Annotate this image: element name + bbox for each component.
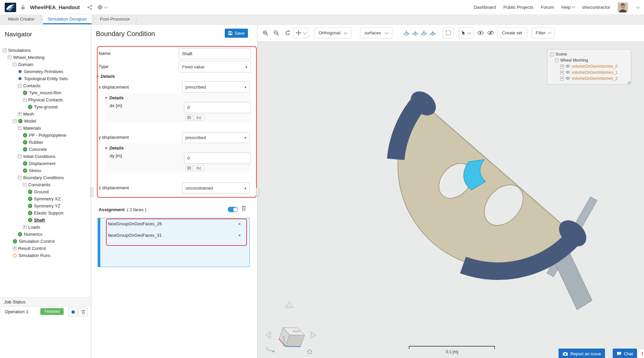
tree-item-shaft[interactable]: Shaft [0,217,91,224]
panel-resize-handle[interactable] [256,188,259,197]
scene-tree-group[interactable]: Wheel Meshing [547,57,631,63]
select-tool-button[interactable] [459,27,473,38]
collapse-icon[interactable] [550,53,554,56]
chat-button[interactable]: Chat [613,349,637,358]
expand-icon[interactable] [23,225,27,229]
zoom-in-button[interactable] [261,28,270,38]
details-heading[interactable]: Details [105,95,124,100]
home-view-icon[interactable] [307,350,312,354]
collapse-icon[interactable] [23,183,27,187]
report-issue-button[interactable]: Report an issue [559,349,605,358]
notification-tab[interactable]: ! [637,349,644,358]
app-logo[interactable] [5,3,16,12]
tree-item-numerics[interactable]: Numerics [0,231,91,238]
show-button[interactable] [476,28,485,38]
tree-item-simulations[interactable]: Simulations [0,47,91,54]
tree-item-wheel-meshing[interactable]: Wheel_Meshing [0,54,91,61]
remove-assignment-icon[interactable] [237,221,242,227]
tree-item-boundary-conditions[interactable]: Boundary Conditions [0,174,91,181]
expand-icon[interactable] [13,247,16,250]
details-heading[interactable]: Details [105,145,124,151]
tree-item-physical-contacts[interactable]: Physical Contacts [0,96,91,103]
tree-item-loads[interactable]: Loads [0,224,91,231]
chevron-down-icon[interactable] [636,5,640,8]
nav-forum[interactable]: Forum [541,5,554,10]
collapse-icon[interactable] [13,119,16,123]
visibility-eye-icon[interactable] [566,70,570,75]
expand-icon[interactable] [18,112,22,116]
wheel-body[interactable] [398,101,575,268]
tab-post-processor[interactable]: Post-Processor [95,15,135,24]
share-icon[interactable] [87,5,93,10]
view-plane-icon-1[interactable] [402,28,410,38]
tree-item-model[interactable]: Model [0,118,91,125]
collapse-icon[interactable] [18,84,22,88]
tree-item-stress[interactable]: Stress [0,167,91,174]
formula-button[interactable]: f(x) [194,165,204,171]
scene-tree-root[interactable]: Scene [547,51,631,57]
tab-mesh-creator[interactable]: Mesh Creator [3,15,39,24]
z-displacement-select[interactable]: unconstrained [182,183,250,194]
tree-item-simulation-control[interactable]: Simulation Control [0,238,91,245]
type-select[interactable]: Fixed value [179,61,251,72]
tree-item-constraints[interactable]: Constraints [0,181,91,188]
collapse-icon[interactable] [3,48,6,52]
stop-job-button[interactable] [68,308,78,316]
settings-gear-icon[interactable] [97,4,107,10]
tree-item-concrete[interactable]: Concrete [0,146,91,153]
create-set-button[interactable]: Create set [497,27,527,38]
tree-item-tyre-ground[interactable]: Tyre-ground [0,103,91,110]
tree-item-geometry-primitives[interactable]: Geometry Primitives [0,68,91,75]
collapse-icon[interactable] [23,98,27,102]
panel-resize-handle[interactable] [90,188,93,197]
zoom-out-button[interactable] [272,28,281,38]
assignment-item[interactable]: faceGroupOnGeoFaces_26 [108,219,242,228]
tree-item-mesh[interactable]: Mesh [0,110,91,118]
name-input[interactable] [179,48,251,59]
collapse-icon[interactable] [18,155,22,158]
collapse-icon[interactable] [18,176,22,180]
remove-assignment-icon[interactable] [237,233,242,238]
view-plane-icon-2[interactable] [411,28,419,38]
navigation-cube[interactable]: RIGHT BOTTOM [264,300,318,358]
assignment-toggle[interactable] [228,207,238,212]
tree-item-contacts[interactable]: Contacts [0,82,91,89]
nav-public-projects[interactable]: Public Projects [503,5,533,10]
visibility-eye-icon[interactable] [566,76,570,81]
tree-item-elastic-support[interactable]: Elastic Support [0,209,91,217]
table-input-button[interactable] [185,115,193,121]
tree-item-simulation-runs[interactable]: Simulation Runs [0,252,91,259]
tab-simulation-designer[interactable]: Simulation Designer [43,15,92,24]
collapse-icon[interactable] [8,56,11,59]
render-mode-button[interactable]: surfaces [360,27,392,38]
tree-item-materials[interactable]: Materials [0,125,91,132]
delete-job-button[interactable] [78,308,88,316]
tree-item-topological-entity-sets[interactable]: Topological Entity Sets [0,75,91,82]
orbit-rotate-icon[interactable] [266,347,273,351]
refresh-view-button[interactable] [283,28,292,38]
nav-help[interactable]: Help [561,5,575,10]
tree-item-result-control[interactable]: Result Control [0,245,91,252]
expand-icon[interactable] [560,65,564,68]
dy-input[interactable] [184,153,251,164]
tree-item-domain[interactable]: Domain [0,61,91,68]
visibility-eye-icon[interactable] [566,64,570,69]
dx-input[interactable] [184,102,251,113]
scene-tree-volume[interactable]: volumeOnGeoVolumes_2 [547,75,631,82]
save-button[interactable]: Save [225,29,248,38]
x-displacement-select[interactable]: prescribed [182,82,250,93]
tree-item-symmetry-yz[interactable]: Symmetry YZ [0,202,91,209]
tree-item-displacement[interactable]: Displacement [0,160,91,167]
collapse-icon[interactable] [18,126,22,130]
projection-mode-button[interactable]: Orthogonal [314,27,351,38]
expand-icon[interactable] [560,71,564,74]
collapse-icon[interactable] [13,63,16,66]
expand-icon[interactable] [560,77,564,80]
avatar[interactable] [618,2,628,12]
rotate-right-arrow[interactable] [311,332,316,338]
3d-canvas[interactable]: Scene Wheel Meshing volumeOnGeoVolumes_0… [257,41,644,358]
clear-assignment-button[interactable] [241,205,246,212]
tree-item-rubber[interactable]: Rubber [0,139,91,146]
rotate-left-arrow[interactable] [265,332,271,338]
tree-item-ground[interactable]: Ground [0,188,91,195]
